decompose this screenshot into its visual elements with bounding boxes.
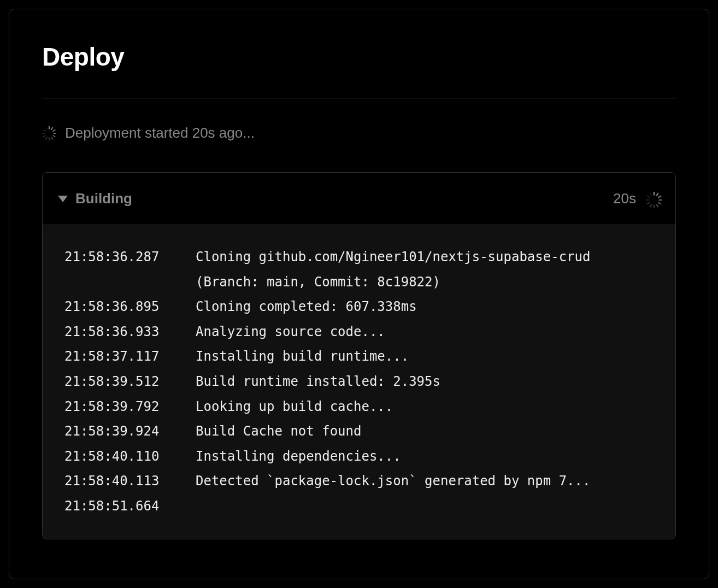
svg-line-8	[43, 136, 45, 137]
svg-line-16	[658, 202, 661, 203]
deployment-status-row: Deployment started 20s ago...	[42, 125, 676, 142]
svg-line-19	[650, 204, 651, 207]
svg-line-5	[51, 137, 52, 139]
spinner-icon	[42, 126, 56, 140]
build-elapsed-time: 20s	[613, 190, 636, 207]
log-line: 21:58:36.933Analyzing source code...	[64, 320, 654, 345]
log-line: 21:58:40.110Installing dependencies...	[64, 444, 654, 469]
log-line: 21:58:36.287Cloning github.com/Ngineer10…	[64, 245, 654, 295]
log-message: Detected `package-lock.json` generated b…	[196, 469, 654, 494]
log-timestamp: 21:58:37.117	[64, 344, 174, 369]
svg-line-23	[650, 193, 651, 195]
build-log-panel: Building 20s	[42, 172, 676, 539]
log-message: Installing build runtime...	[196, 344, 654, 369]
log-timestamp: 21:58:39.512	[64, 369, 174, 395]
log-line: 21:58:51.664	[64, 494, 654, 519]
log-line: 21:58:40.113Detected `package-lock.json`…	[64, 469, 654, 494]
log-timestamp: 21:58:40.110	[64, 444, 174, 469]
log-message: Build runtime installed: 2.395s	[196, 369, 654, 395]
spinner-icon	[646, 192, 660, 206]
build-log-header[interactable]: Building 20s	[43, 173, 675, 225]
log-line: 21:58:36.895Cloning completed: 607.338ms	[64, 295, 654, 320]
log-timestamp: 21:58:39.924	[64, 419, 174, 444]
log-line: 21:58:39.512Build runtime installed: 2.3…	[64, 369, 654, 395]
log-timestamp: 21:58:39.792	[64, 395, 174, 420]
log-timestamp: 21:58:36.895	[64, 295, 174, 320]
log-message: Cloning github.com/Ngineer101/nextjs-sup…	[196, 245, 654, 295]
svg-line-13	[657, 193, 658, 195]
log-message: Build Cache not found	[196, 419, 654, 444]
log-message: Analyzing source code...	[196, 320, 654, 345]
log-timestamp: 21:58:36.287	[64, 245, 174, 270]
svg-line-2	[53, 130, 55, 131]
log-message: Installing dependencies...	[196, 444, 654, 469]
log-message: Looking up build cache...	[196, 395, 654, 420]
svg-line-10	[43, 130, 45, 131]
svg-line-4	[53, 136, 55, 137]
svg-line-14	[658, 196, 661, 197]
log-line: 21:58:39.924Build Cache not found	[64, 419, 654, 444]
deploy-panel: Deploy	[9, 9, 709, 579]
svg-line-11	[46, 127, 47, 130]
log-timestamp: 21:58:51.664	[64, 494, 174, 519]
build-log-body[interactable]: 21:58:36.287Cloning github.com/Ngineer10…	[43, 225, 675, 539]
log-message: Cloning completed: 607.338ms	[196, 295, 654, 320]
log-line: 21:58:39.792Looking up build cache...	[64, 395, 654, 420]
build-stage-label: Building	[75, 190, 132, 207]
svg-line-20	[648, 202, 650, 203]
svg-line-22	[648, 196, 650, 197]
log-timestamp: 21:58:40.113	[64, 469, 174, 494]
collapse-toggle-icon[interactable]	[58, 196, 68, 202]
svg-line-17	[657, 204, 658, 207]
divider	[42, 98, 676, 98]
log-line: 21:58:37.117Installing build runtime...	[64, 344, 654, 369]
svg-line-7	[46, 137, 47, 139]
page-title: Deploy	[42, 42, 676, 72]
deployment-status-text: Deployment started 20s ago...	[65, 125, 255, 142]
log-timestamp: 21:58:36.933	[64, 320, 174, 345]
svg-line-1	[51, 127, 52, 130]
